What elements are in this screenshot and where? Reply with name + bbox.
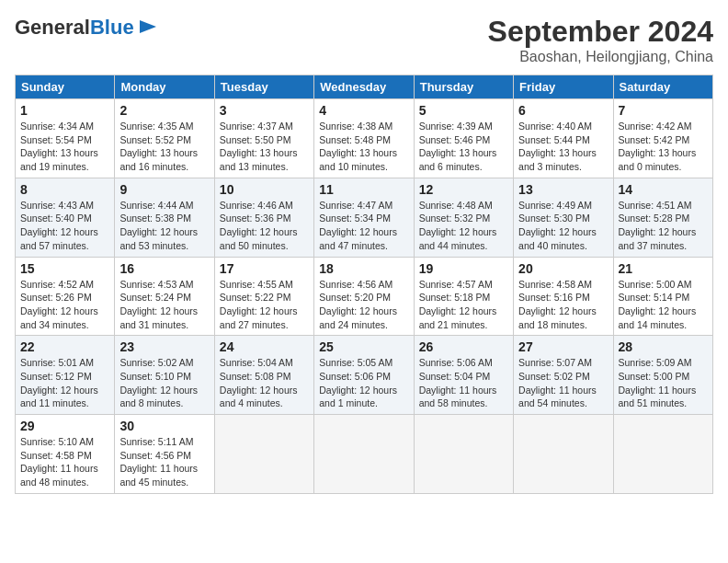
calendar-cell: 25Sunrise: 5:05 AM Sunset: 5:06 PM Dayli… <box>314 336 414 415</box>
calendar-cell: 6Sunrise: 4:40 AM Sunset: 5:44 PM Daylig… <box>514 99 613 178</box>
day-info: Sunrise: 4:47 AM Sunset: 5:34 PM Dayligh… <box>319 199 408 253</box>
day-number: 29 <box>20 419 109 433</box>
calendar-week-5: 29Sunrise: 5:10 AM Sunset: 4:58 PM Dayli… <box>16 415 713 494</box>
calendar-table: SundayMondayTuesdayWednesdayThursdayFrid… <box>15 75 713 494</box>
day-number: 23 <box>119 339 209 354</box>
logo-arrow-icon <box>138 17 158 37</box>
day-info: Sunrise: 4:49 AM Sunset: 5:30 PM Dayligh… <box>518 199 608 253</box>
day-info: Sunrise: 5:09 AM Sunset: 5:00 PM Dayligh… <box>619 356 708 410</box>
day-info: Sunrise: 4:35 AM Sunset: 5:52 PM Dayligh… <box>119 120 209 174</box>
day-number: 22 <box>20 339 109 354</box>
calendar-cell: 18Sunrise: 4:56 AM Sunset: 5:20 PM Dayli… <box>314 257 414 336</box>
day-info: Sunrise: 4:55 AM Sunset: 5:22 PM Dayligh… <box>220 278 309 332</box>
day-info: Sunrise: 4:48 AM Sunset: 5:32 PM Dayligh… <box>419 199 508 253</box>
calendar-cell: 8Sunrise: 4:43 AM Sunset: 5:40 PM Daylig… <box>16 178 115 257</box>
calendar-cell: 19Sunrise: 4:57 AM Sunset: 5:18 PM Dayli… <box>414 257 513 336</box>
day-number: 13 <box>518 182 608 197</box>
calendar-week-3: 15Sunrise: 4:52 AM Sunset: 5:26 PM Dayli… <box>16 257 713 336</box>
day-number: 12 <box>419 182 508 197</box>
day-number: 24 <box>220 339 309 354</box>
calendar-cell: 30Sunrise: 5:11 AM Sunset: 4:56 PM Dayli… <box>115 415 214 494</box>
logo-blue: Blue <box>90 16 134 39</box>
calendar-cell: 12Sunrise: 4:48 AM Sunset: 5:32 PM Dayli… <box>414 178 513 257</box>
day-info: Sunrise: 5:05 AM Sunset: 5:06 PM Dayligh… <box>319 356 408 410</box>
calendar-cell <box>613 415 712 494</box>
day-number: 21 <box>619 261 708 276</box>
calendar-week-2: 8Sunrise: 4:43 AM Sunset: 5:40 PM Daylig… <box>16 178 713 257</box>
day-number: 3 <box>220 103 309 118</box>
day-info: Sunrise: 4:34 AM Sunset: 5:54 PM Dayligh… <box>20 120 109 174</box>
calendar-cell: 16Sunrise: 4:53 AM Sunset: 5:24 PM Dayli… <box>115 257 214 336</box>
day-number: 18 <box>319 261 408 276</box>
day-info: Sunrise: 4:51 AM Sunset: 5:28 PM Dayligh… <box>619 199 708 253</box>
calendar-cell <box>414 415 513 494</box>
day-info: Sunrise: 4:56 AM Sunset: 5:20 PM Dayligh… <box>319 278 408 332</box>
day-number: 6 <box>518 103 608 118</box>
weekday-header-tuesday: Tuesday <box>214 75 313 99</box>
calendar-cell: 9Sunrise: 4:44 AM Sunset: 5:38 PM Daylig… <box>115 178 214 257</box>
month-title: September 2024 <box>488 15 713 49</box>
calendar-cell: 1Sunrise: 4:34 AM Sunset: 5:54 PM Daylig… <box>16 99 115 178</box>
calendar-week-4: 22Sunrise: 5:01 AM Sunset: 5:12 PM Dayli… <box>16 336 713 415</box>
day-number: 5 <box>419 103 508 118</box>
calendar-cell: 23Sunrise: 5:02 AM Sunset: 5:10 PM Dayli… <box>115 336 214 415</box>
calendar-cell: 11Sunrise: 4:47 AM Sunset: 5:34 PM Dayli… <box>314 178 414 257</box>
day-info: Sunrise: 5:11 AM Sunset: 4:56 PM Dayligh… <box>119 435 209 489</box>
calendar-cell: 3Sunrise: 4:37 AM Sunset: 5:50 PM Daylig… <box>214 99 313 178</box>
day-info: Sunrise: 5:00 AM Sunset: 5:14 PM Dayligh… <box>619 278 708 332</box>
calendar-cell: 15Sunrise: 4:52 AM Sunset: 5:26 PM Dayli… <box>16 257 115 336</box>
logo: GeneralBlue <box>15 15 158 40</box>
weekday-header-wednesday: Wednesday <box>314 75 414 99</box>
day-number: 16 <box>119 261 209 276</box>
weekday-header-friday: Friday <box>514 75 613 99</box>
day-number: 17 <box>220 261 309 276</box>
logo-general: General <box>15 16 90 39</box>
day-number: 9 <box>119 182 209 197</box>
weekday-header-sunday: Sunday <box>16 75 115 99</box>
calendar-cell: 14Sunrise: 4:51 AM Sunset: 5:28 PM Dayli… <box>613 178 712 257</box>
day-info: Sunrise: 4:44 AM Sunset: 5:38 PM Dayligh… <box>119 199 209 253</box>
day-number: 26 <box>419 339 508 354</box>
day-number: 14 <box>619 182 708 197</box>
svg-marker-0 <box>140 20 156 33</box>
day-info: Sunrise: 4:58 AM Sunset: 5:16 PM Dayligh… <box>518 278 608 332</box>
calendar-cell: 28Sunrise: 5:09 AM Sunset: 5:00 PM Dayli… <box>613 336 712 415</box>
day-info: Sunrise: 5:07 AM Sunset: 5:02 PM Dayligh… <box>518 356 608 410</box>
location-title: Baoshan, Heilongjiang, China <box>488 49 713 65</box>
day-number: 27 <box>518 339 608 354</box>
day-info: Sunrise: 4:46 AM Sunset: 5:36 PM Dayligh… <box>220 199 309 253</box>
calendar-cell: 24Sunrise: 5:04 AM Sunset: 5:08 PM Dayli… <box>214 336 313 415</box>
calendar-cell: 22Sunrise: 5:01 AM Sunset: 5:12 PM Dayli… <box>16 336 115 415</box>
day-info: Sunrise: 4:52 AM Sunset: 5:26 PM Dayligh… <box>20 278 109 332</box>
day-number: 30 <box>119 419 209 433</box>
day-number: 4 <box>319 103 408 118</box>
calendar-cell: 2Sunrise: 4:35 AM Sunset: 5:52 PM Daylig… <box>115 99 214 178</box>
day-info: Sunrise: 4:53 AM Sunset: 5:24 PM Dayligh… <box>119 278 209 332</box>
day-number: 11 <box>319 182 408 197</box>
day-number: 8 <box>20 182 109 197</box>
page-header: GeneralBlue September 2024 Baoshan, Heil… <box>15 15 713 65</box>
calendar-cell: 17Sunrise: 4:55 AM Sunset: 5:22 PM Dayli… <box>214 257 313 336</box>
calendar-cell: 4Sunrise: 4:38 AM Sunset: 5:48 PM Daylig… <box>314 99 414 178</box>
day-number: 1 <box>20 103 109 118</box>
day-number: 2 <box>119 103 209 118</box>
calendar-cell: 29Sunrise: 5:10 AM Sunset: 4:58 PM Dayli… <box>16 415 115 494</box>
day-number: 20 <box>518 261 608 276</box>
calendar-cell <box>214 415 313 494</box>
calendar-cell <box>514 415 613 494</box>
title-block: September 2024 Baoshan, Heilongjiang, Ch… <box>488 15 713 65</box>
weekday-header-thursday: Thursday <box>414 75 513 99</box>
day-info: Sunrise: 4:39 AM Sunset: 5:46 PM Dayligh… <box>419 120 508 174</box>
day-info: Sunrise: 4:42 AM Sunset: 5:42 PM Dayligh… <box>619 120 708 174</box>
day-info: Sunrise: 5:01 AM Sunset: 5:12 PM Dayligh… <box>20 356 109 410</box>
day-info: Sunrise: 4:38 AM Sunset: 5:48 PM Dayligh… <box>319 120 408 174</box>
day-info: Sunrise: 5:10 AM Sunset: 4:58 PM Dayligh… <box>20 435 109 489</box>
calendar-cell: 20Sunrise: 4:58 AM Sunset: 5:16 PM Dayli… <box>514 257 613 336</box>
day-info: Sunrise: 4:37 AM Sunset: 5:50 PM Dayligh… <box>220 120 309 174</box>
day-info: Sunrise: 5:06 AM Sunset: 5:04 PM Dayligh… <box>419 356 508 410</box>
day-info: Sunrise: 4:43 AM Sunset: 5:40 PM Dayligh… <box>20 199 109 253</box>
calendar-cell: 26Sunrise: 5:06 AM Sunset: 5:04 PM Dayli… <box>414 336 513 415</box>
day-number: 19 <box>419 261 508 276</box>
calendar-cell: 21Sunrise: 5:00 AM Sunset: 5:14 PM Dayli… <box>613 257 712 336</box>
day-info: Sunrise: 4:57 AM Sunset: 5:18 PM Dayligh… <box>419 278 508 332</box>
